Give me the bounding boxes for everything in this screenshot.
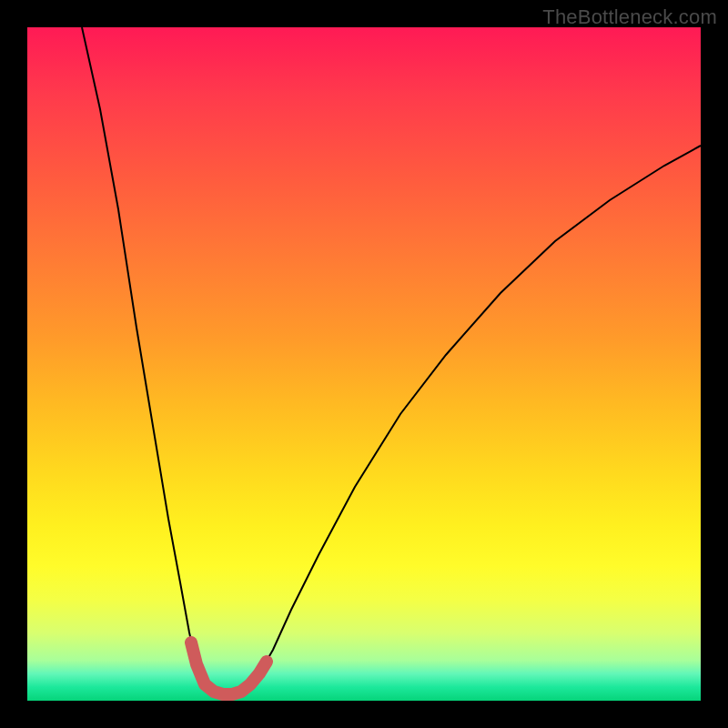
plot-area	[27, 27, 701, 701]
main-curve	[82, 27, 701, 694]
highlight-segment	[191, 642, 267, 694]
watermark-text: TheBottleneck.com	[542, 5, 717, 29]
outer-frame: TheBottleneck.com	[0, 0, 728, 728]
chart-svg	[27, 27, 701, 701]
